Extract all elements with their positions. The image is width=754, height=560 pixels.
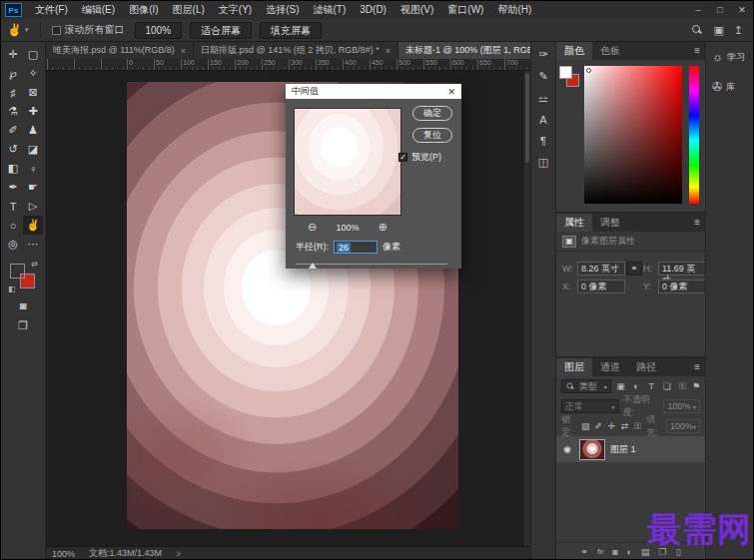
current-tool-dropdown[interactable]: ✌ ▾ (1, 23, 35, 37)
zoom-100-button[interactable]: 100% (135, 22, 183, 39)
fit-screen-button[interactable]: 适合屏幕 (190, 22, 252, 39)
median-dialog-titlebar[interactable]: 中间值 ✕ (286, 84, 461, 99)
foreground-color-swatch[interactable] (10, 264, 25, 279)
menu-select[interactable]: 选择(S) (259, 1, 306, 19)
reset-button[interactable]: 复位 (412, 128, 452, 143)
tab-paths[interactable]: 路径 (628, 358, 664, 376)
layer-thumbnail[interactable] (579, 439, 605, 460)
menu-help[interactable]: 帮助(H) (490, 1, 538, 19)
doc-tab-1[interactable]: 唯美海报.psd @ 111%(RGB/8) × (46, 42, 194, 59)
filter-smart-objects-icon[interactable]: ⚿ (676, 381, 687, 392)
filter-pin-icon[interactable]: ⚑ (692, 381, 700, 391)
dialog-close-icon[interactable]: ✕ (447, 87, 455, 97)
zoom-tool[interactable]: ◎ (3, 235, 23, 254)
eyedropper-tool[interactable]: ⚗ (3, 102, 23, 121)
filter-pixel-layers-icon[interactable]: ▣ (615, 381, 626, 391)
close-icon[interactable]: ✕ (731, 1, 753, 19)
slider-thumb[interactable] (309, 263, 317, 269)
quick-selection-tool[interactable]: ✧ (23, 64, 43, 83)
more-tools[interactable]: ⋯ (23, 235, 43, 254)
preview-option[interactable]: ✓ 预览(P) (398, 151, 452, 164)
filter-shape-layers-icon[interactable]: ❏ (661, 381, 672, 391)
smudge-tool[interactable]: ☛ (23, 178, 43, 197)
filter-kind-dropdown[interactable]: 类型 ▾ (561, 379, 611, 393)
layer-visibility-icon[interactable]: ◉ (560, 444, 574, 454)
filter-preview[interactable] (294, 108, 401, 216)
tab-channels[interactable]: 通道 (592, 358, 628, 376)
type-tool[interactable]: T (3, 197, 23, 216)
character-panel-icon[interactable]: A (539, 114, 546, 126)
saturation-picker-handle[interactable] (586, 68, 591, 73)
layer-mask-icon[interactable]: ◙ (612, 547, 617, 557)
status-zoom[interactable]: 100% (52, 549, 75, 559)
zoom-in-icon[interactable]: ⊕ (378, 221, 387, 234)
search-icon[interactable] (692, 25, 703, 36)
layer-name[interactable]: 图层 1 (610, 443, 636, 456)
doc-tab-2[interactable]: 日期排版.psd @ 141% (组 2 拷贝, RGB/8#) * × (194, 42, 398, 59)
maximize-icon[interactable]: □ (709, 1, 731, 19)
width-field[interactable]: 8.26 英寸 (577, 262, 625, 276)
shape-tool[interactable]: ○ (3, 216, 23, 235)
crop-tool[interactable]: ♯ (3, 83, 23, 102)
link-layers-icon[interactable]: ⚭ (580, 547, 588, 557)
preview-checkbox[interactable]: ✓ (398, 153, 407, 162)
layer-effects-icon[interactable]: fx (597, 547, 603, 556)
vertical-scrollbar-thumb[interactable] (525, 73, 529, 163)
doc-tab-3[interactable]: 未标题-1 @ 100% (图层 1, RGB/8) * × (398, 42, 530, 59)
lock-all-icon[interactable]: ⚿ (633, 421, 642, 432)
menu-3d[interactable]: 3D(D) (353, 1, 393, 19)
menu-type[interactable]: 文字(Y) (212, 1, 259, 19)
minimize-icon[interactable]: – (687, 1, 709, 19)
paragraph-panel-icon[interactable]: ¶ (540, 135, 546, 147)
libraries-panel-button[interactable]: ✇ 库 (706, 80, 735, 94)
learn-panel-button[interactable]: ☼ 学习 (706, 50, 745, 64)
brush-tool[interactable]: ✐ (3, 121, 23, 140)
status-chevron-icon[interactable]: > (176, 549, 181, 559)
marquee-tool[interactable]: ▢ (23, 45, 43, 64)
doc-tab-1-close-icon[interactable]: × (181, 46, 186, 56)
share-icon[interactable]: ↥ (734, 24, 743, 37)
canvas-area[interactable]: 中间值 ✕ 确定 复位 ✓ 预览(P) ⊖ 100% (46, 71, 530, 546)
clone-stamp-tool[interactable]: ♟ (23, 121, 43, 140)
menu-layer[interactable]: 图层(L) (166, 1, 212, 19)
tab-layers[interactable]: 图层 (556, 358, 592, 376)
fill-dropdown[interactable]: 100% ▾ (666, 419, 700, 433)
lock-position-icon[interactable]: ✛ (607, 421, 616, 431)
history-brush-tool[interactable]: ↺ (3, 140, 23, 159)
filter-adjustment-layers-icon[interactable]: ◐ (630, 381, 641, 391)
default-colors-icon[interactable]: ◧ (8, 284, 16, 293)
tab-adjustments[interactable]: 调整 (592, 214, 628, 232)
move-tool[interactable]: ✛ (3, 45, 23, 64)
filter-type-layers-icon[interactable]: T (646, 381, 657, 391)
dodge-tool[interactable]: ♀ (23, 159, 43, 178)
eraser-tool[interactable]: ◪ (23, 140, 43, 159)
panel-menu-icon[interactable]: ≡ (689, 358, 705, 376)
lock-artboard-icon[interactable]: ⇄ (620, 421, 629, 431)
menu-image[interactable]: 图像(I) (122, 1, 165, 19)
adjustment-layer-icon[interactable]: ◐ (627, 547, 632, 557)
pen-tool[interactable]: ✒ (3, 178, 23, 197)
radius-slider[interactable] (296, 261, 447, 269)
y-field[interactable]: 0 像素 (658, 280, 706, 293)
workspace-icon[interactable]: ▣ (713, 24, 723, 37)
panel-menu-icon[interactable]: ≡ (689, 214, 705, 232)
swap-colors-icon[interactable]: ⇄ (31, 260, 38, 269)
link-dimensions-icon[interactable]: ⚭ (626, 262, 642, 276)
gradients-icon[interactable]: ⚍ (538, 92, 548, 105)
doc-tab-2-close-icon[interactable]: × (385, 46, 390, 56)
frame-tool[interactable]: ⊠ (23, 83, 43, 102)
hue-slider[interactable] (689, 66, 699, 204)
3d-panel-icon[interactable]: ◫ (538, 156, 548, 169)
brush-settings-icon[interactable]: ✑ (538, 48, 547, 61)
tab-properties[interactable]: 属性 (556, 214, 592, 232)
fill-screen-button[interactable]: 填充屏幕 (260, 22, 322, 39)
ok-button[interactable]: 确定 (412, 106, 452, 121)
menu-file[interactable]: 文件(F) (28, 1, 75, 19)
scroll-all-windows-checkbox[interactable] (52, 26, 61, 35)
color-panel-fg-swatch[interactable] (559, 66, 572, 79)
lock-pixels-icon[interactable]: ✐ (594, 421, 603, 431)
vertical-scrollbar[interactable] (523, 71, 530, 546)
lasso-tool[interactable]: ℘ (3, 64, 23, 83)
healing-brush-tool[interactable]: ✚ (23, 102, 43, 121)
menu-edit[interactable]: 编辑(E) (75, 1, 122, 19)
